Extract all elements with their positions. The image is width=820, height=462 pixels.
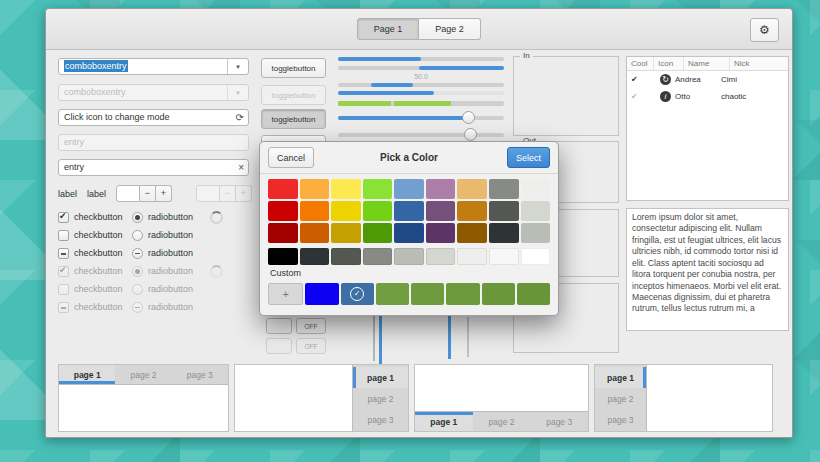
color-swatch[interactable] (268, 179, 298, 199)
scale-2[interactable] (338, 133, 504, 137)
treeview[interactable]: CoolIconNameNick ✔↻AndreaCimi✔iOttochaot… (626, 56, 789, 201)
togglebutton-1[interactable]: togglebutton (261, 58, 326, 78)
color-swatch[interactable] (331, 223, 361, 243)
custom-color-swatch[interactable] (446, 283, 479, 305)
cancel-button[interactable]: Cancel (268, 147, 314, 168)
treeview-header[interactable]: CoolIconNameNick (627, 57, 788, 71)
tree-column-header-nick[interactable]: Nick (730, 57, 788, 70)
tab-page-1[interactable]: page 1 (595, 367, 646, 388)
off-switch[interactable]: OFF (296, 318, 326, 334)
color-swatch[interactable] (394, 223, 424, 243)
color-swatch[interactable] (331, 201, 361, 221)
checkbutton-box[interactable] (58, 248, 69, 259)
gear-menu-button[interactable]: ⚙ (750, 18, 779, 42)
chevron-down-icon[interactable]: ▾ (227, 59, 248, 74)
spinbutton-value[interactable] (116, 185, 140, 202)
custom-color-swatch[interactable] (411, 283, 444, 305)
color-swatch[interactable] (521, 223, 551, 243)
color-swatch[interactable] (363, 223, 393, 243)
color-swatch[interactable] (457, 179, 487, 199)
color-swatch[interactable] (426, 223, 456, 243)
select-button[interactable]: Select (507, 147, 550, 168)
tab-page-3[interactable]: page 3 (530, 412, 588, 431)
tree-column-header-cool[interactable]: Cool (627, 57, 654, 70)
table-row[interactable]: ✔↻AndreaCimi (627, 71, 788, 88)
vertical-scale-track[interactable] (373, 314, 375, 361)
tab-page-1[interactable]: page 1 (415, 412, 473, 431)
color-swatch[interactable] (363, 179, 393, 199)
radiobutton-circle[interactable] (132, 230, 143, 241)
gray-swatch[interactable] (363, 248, 393, 265)
tab-page-2[interactable]: page 2 (595, 388, 646, 409)
checkbutton-box[interactable] (58, 230, 69, 241)
color-swatch[interactable] (268, 201, 298, 221)
color-swatch[interactable] (363, 201, 393, 221)
header-tab-page-1[interactable]: Page 1 (357, 18, 419, 40)
comboboxentry[interactable]: comboboxentry ▾ (58, 58, 249, 75)
vertical-scale-fill[interactable] (448, 315, 451, 359)
gray-swatch[interactable] (331, 248, 361, 265)
color-swatch[interactable] (394, 179, 424, 199)
gray-swatch[interactable] (426, 248, 456, 265)
custom-color-swatch[interactable] (305, 283, 338, 305)
gray-swatch[interactable] (457, 248, 487, 265)
lorem-textview[interactable]: Lorem ipsum dolor sit amet, consectetur … (626, 208, 789, 331)
switch-knob[interactable] (266, 318, 292, 334)
gray-swatch[interactable] (489, 248, 519, 265)
color-swatch[interactable] (489, 201, 519, 221)
tab-page-3[interactable]: page 3 (595, 409, 646, 430)
color-swatch[interactable] (489, 223, 519, 243)
scale-2-handle[interactable] (464, 128, 477, 141)
add-custom-color-button[interactable]: + (268, 283, 303, 305)
color-swatch[interactable] (300, 201, 330, 221)
color-swatch[interactable] (300, 223, 330, 243)
color-swatch[interactable] (331, 179, 361, 199)
gray-swatch[interactable] (521, 248, 551, 265)
minus-icon[interactable]: − (140, 185, 156, 202)
color-swatch[interactable] (457, 201, 487, 221)
scale-1-handle[interactable] (462, 111, 475, 124)
chevron-down-icon: ▾ (227, 85, 248, 100)
plus-icon[interactable]: + (156, 185, 172, 202)
custom-color-swatch[interactable] (517, 283, 550, 305)
color-swatch[interactable] (489, 179, 519, 199)
table-row[interactable]: ✔iOttochaotic (627, 88, 788, 105)
color-swatch[interactable] (521, 179, 551, 199)
tab-page-3[interactable]: page 3 (172, 365, 228, 384)
refresh-icon[interactable]: ⟳ (236, 110, 244, 125)
color-swatch[interactable] (457, 223, 487, 243)
color-swatch[interactable] (426, 201, 456, 221)
tree-column-header-name[interactable]: Name (684, 57, 730, 70)
custom-color-swatch[interactable] (376, 283, 409, 305)
clear-icon[interactable]: × (238, 160, 244, 175)
tree-column-header-icon[interactable]: Icon (654, 57, 684, 70)
tab-page-3[interactable]: page 3 (353, 409, 408, 430)
custom-color-swatch[interactable] (482, 283, 515, 305)
color-swatch[interactable] (394, 201, 424, 221)
checkbutton-box[interactable] (58, 212, 69, 223)
color-swatch[interactable] (300, 179, 330, 199)
comboboxentry-selected-text: comboboxentry (64, 60, 128, 72)
icon-mode-entry[interactable]: Click icon to change mode ⟳ (58, 109, 249, 126)
tab-page-2[interactable]: page 2 (115, 365, 171, 384)
gray-swatch[interactable] (394, 248, 424, 265)
color-swatch[interactable] (521, 201, 551, 221)
tab-page-1[interactable]: page 1 (59, 365, 115, 384)
radiobutton-circle[interactable] (132, 212, 143, 223)
gray-swatch[interactable] (268, 248, 298, 265)
vertical-scale-track[interactable] (467, 317, 469, 357)
clearable-entry[interactable]: entry × (58, 159, 249, 176)
tab-page-2[interactable]: page 2 (473, 412, 531, 431)
radiobutton-circle[interactable] (132, 248, 143, 259)
togglebutton-3[interactable]: togglebutton (261, 109, 326, 129)
scale-1[interactable] (338, 116, 504, 120)
gray-swatch[interactable] (300, 248, 330, 265)
vertical-scale-fill[interactable] (379, 311, 382, 364)
tab-page-1[interactable]: page 1 (353, 367, 408, 388)
color-swatch[interactable] (426, 179, 456, 199)
header-tab-page-2[interactable]: Page 2 (419, 18, 481, 40)
custom-color-swatch[interactable]: ✓ (341, 283, 374, 305)
spinbutton[interactable]: − + (116, 185, 172, 202)
color-swatch[interactable] (268, 223, 298, 243)
tab-page-2[interactable]: page 2 (353, 388, 408, 409)
